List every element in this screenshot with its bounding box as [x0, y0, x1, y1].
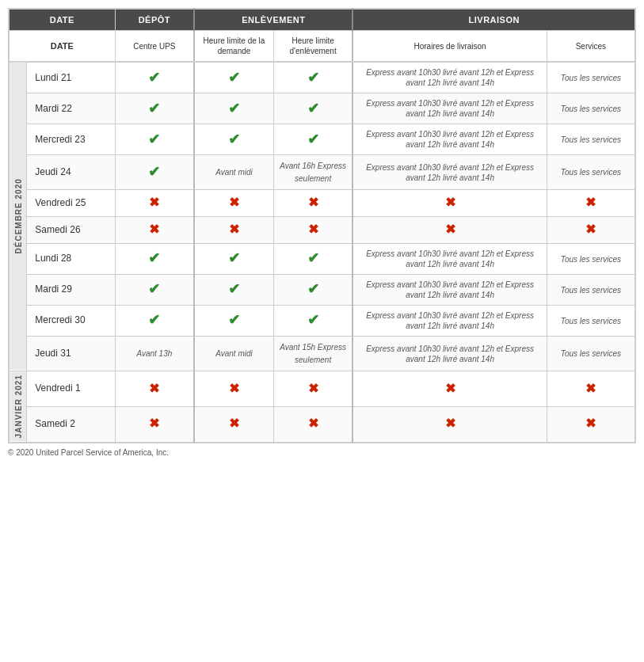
horaires-cell: Express avant 10h30 livré avant 12h et E… [352, 275, 547, 306]
heure-demande-cell: ✔ [194, 275, 273, 306]
depot-header: DÉPÔT [115, 10, 194, 31]
table-row: Lundi 28✔✔✔Express avant 10h30 livré ava… [10, 244, 635, 275]
cross-icon: ✖ [445, 382, 455, 395]
check-icon: ✔ [148, 101, 160, 116]
footer-text: © 2020 United Parcel Service of America,… [8, 448, 636, 457]
services-cell: ✖ [547, 371, 634, 407]
cross-icon: ✖ [585, 223, 596, 236]
heure-enlevement-cell: ✔ [273, 93, 352, 124]
text-value: Avant 13h [136, 349, 172, 358]
centre-ups-cell: ✖ [115, 371, 194, 407]
header-row-top: DATE DÉPÔT ENLÈVEMENT LIVRAISON [10, 10, 635, 31]
cross-icon: ✖ [308, 382, 318, 395]
cross-icon: ✖ [149, 382, 159, 395]
cross-icon: ✖ [308, 417, 318, 430]
centre-ups-cell: Avant 13h [115, 337, 194, 371]
day-label: Vendredi 25 [27, 190, 115, 217]
cross-icon: ✖ [308, 223, 318, 236]
horaires-livraison-subheader: Horaires de livraison [352, 31, 547, 63]
day-label: Mercredi 23 [27, 124, 115, 155]
day-label: Jeudi 24 [27, 155, 115, 190]
horaires-cell: Express avant 10h30 livré avant 12h et E… [352, 337, 547, 371]
cross-icon: ✖ [229, 196, 239, 209]
services-cell: Tous les services [547, 306, 634, 337]
services-cell: Tous les services [547, 337, 634, 371]
day-label: Samedi 26 [27, 217, 115, 244]
text-value: Express avant 10h30 livré avant 12h et E… [366, 130, 534, 149]
enlevement-header: ENLÈVEMENT [194, 10, 352, 31]
horaires-cell: ✖ [352, 406, 547, 442]
cross-icon: ✖ [229, 382, 239, 395]
services-cell: Tous les services [547, 93, 634, 124]
cross-icon: ✖ [229, 417, 239, 430]
text-value: Express avant 10h30 livré avant 12h et E… [366, 280, 534, 299]
check-icon: ✔ [307, 250, 319, 266]
check-icon: ✔ [228, 312, 240, 328]
day-label: Vendredi 1 [27, 371, 115, 407]
centre-ups-cell: ✔ [115, 306, 194, 337]
heure-enlevement-cell: ✖ [273, 371, 352, 407]
text-value: Tous les services [561, 105, 621, 113]
horaires-cell: Express avant 10h30 livré avant 12h et E… [352, 124, 547, 155]
text-value: Express avant 10h30 livré avant 12h et E… [366, 344, 534, 363]
horaires-cell: Express avant 10h30 livré avant 12h et E… [352, 244, 547, 275]
table-row: Mercredi 23✔✔✔Express avant 10h30 livré … [10, 124, 635, 155]
table-row: Vendredi 25✖✖✖✖✖ [10, 190, 635, 217]
check-icon: ✔ [307, 312, 319, 328]
heure-demande-cell: ✔ [194, 306, 273, 337]
cross-icon: ✖ [308, 196, 318, 209]
heure-demande-cell: ✔ [194, 124, 273, 155]
check-icon: ✔ [148, 131, 160, 147]
table-row: Jeudi 24✔Avant midiAvant 16h Express seu… [10, 155, 635, 190]
horaires-cell: ✖ [352, 190, 547, 217]
horaires-cell: Express avant 10h30 livré avant 12h et E… [352, 306, 547, 337]
livraison-header: LIVRAISON [352, 10, 634, 31]
text-value: Avant midi [215, 349, 253, 358]
horaires-cell: ✖ [352, 217, 547, 244]
text-value: Tous les services [561, 255, 621, 264]
text-value: Tous les services [561, 286, 621, 295]
heure-demande-cell: Avant midi [194, 337, 273, 371]
check-icon: ✔ [228, 70, 240, 86]
cross-icon: ✖ [229, 223, 239, 236]
services-cell: ✖ [547, 217, 634, 244]
text-value: Tous les services [561, 74, 621, 82]
check-icon: ✔ [148, 70, 160, 86]
month-cell-december: DÉCEMBRE 2020 [10, 62, 27, 371]
cross-icon: ✖ [445, 417, 455, 430]
horaires-cell: Express avant 10h30 livré avant 12h et E… [352, 62, 547, 93]
text-value: Tous les services [561, 135, 621, 144]
check-icon: ✔ [307, 70, 319, 86]
text-value: Avant 15h Express seulement [280, 343, 346, 364]
centre-ups-cell: ✖ [115, 406, 194, 442]
cross-icon: ✖ [585, 196, 596, 209]
text-value: Tous les services [561, 168, 621, 177]
centre-ups-cell: ✔ [115, 155, 194, 190]
heure-demande-cell: ✔ [194, 62, 273, 93]
check-icon: ✔ [148, 281, 160, 297]
table-row: JANVIER 2021Vendredi 1✖✖✖✖✖ [10, 371, 635, 407]
heure-enlevement-cell: Avant 16h Express seulement [273, 155, 352, 190]
heure-enlevement-subheader: Heure limite d'enlèvement [273, 31, 352, 63]
heure-enlevement-cell: ✔ [273, 306, 352, 337]
cross-icon: ✖ [445, 223, 455, 236]
horaires-cell: Express avant 10h30 livré avant 12h et E… [352, 93, 547, 124]
horaires-cell: ✖ [352, 371, 547, 407]
check-icon: ✔ [148, 164, 160, 180]
text-value: Avant 16h Express seulement [280, 162, 346, 183]
cross-icon: ✖ [445, 196, 455, 209]
check-icon: ✔ [228, 281, 240, 297]
cross-icon: ✖ [585, 417, 596, 430]
table-row: DÉCEMBRE 2020Lundi 21✔✔✔Express avant 10… [10, 62, 635, 93]
cross-icon: ✖ [149, 196, 159, 209]
check-icon: ✔ [307, 281, 319, 297]
heure-enlevement-cell: ✔ [273, 244, 352, 275]
heure-demande-cell: ✖ [194, 406, 273, 442]
check-icon: ✔ [148, 250, 160, 266]
date-subheader: DATE [10, 31, 116, 63]
check-icon: ✔ [228, 250, 240, 266]
heure-enlevement-cell: Avant 15h Express seulement [273, 337, 352, 371]
text-value: Express avant 10h30 livré avant 12h et E… [366, 68, 534, 87]
heure-demande-cell: Avant midi [194, 155, 273, 190]
services-cell: Tous les services [547, 155, 634, 190]
